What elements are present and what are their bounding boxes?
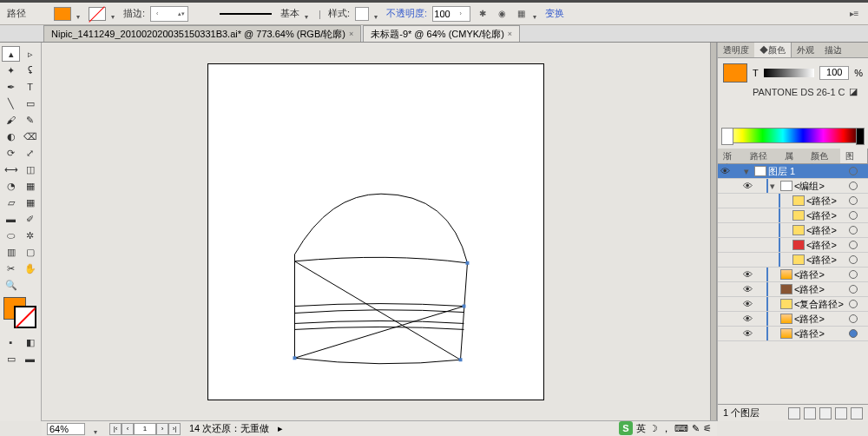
zoom-level[interactable]: 64% [47,423,85,435]
direct-selection-tool[interactable]: ▹ [21,46,39,62]
blob-brush-tool[interactable]: ◐ [2,129,20,144]
rectangle-tool[interactable]: ▭ [21,96,39,111]
opacity-label[interactable]: 不透明度: [386,7,427,20]
visibility-toggle[interactable]: 👁 [742,314,753,324]
slice-tool[interactable]: ✂ [2,261,20,276]
panel-tab-swatches[interactable]: 颜色设 [806,149,840,163]
layer-row[interactable]: 👁<复合路径> [718,297,868,312]
doc-setup-icon[interactable]: ✱ [476,7,490,21]
visibility-toggle[interactable]: 👁 [742,181,753,191]
target-icon[interactable] [849,285,858,294]
expand-toggle[interactable]: ▾ [744,166,753,177]
visibility-toggle[interactable]: 👁 [742,269,753,280]
ime-moon-icon[interactable]: ☽ [649,423,658,434]
stroke-swatch[interactable] [14,306,36,328]
delete-layer-icon[interactable] [851,407,863,419]
eyedropper-tool[interactable]: ✐ [21,211,39,227]
lasso-tool[interactable]: ʢ [21,63,39,78]
visibility-toggle[interactable]: 👁 [742,299,753,309]
pencil-tool[interactable]: ✎ [21,112,39,128]
color-spectrum[interactable] [721,128,865,143]
layer-row[interactable]: 👁<路径> [718,282,868,297]
panel-tab-transparency[interactable]: 透明度 [718,43,754,57]
panel-menu-icon[interactable]: ▸≡ [847,7,861,21]
fill-preview[interactable] [723,63,747,83]
align-icon[interactable]: ▦ [514,7,528,21]
new-sublayer-icon[interactable] [819,407,832,419]
target-icon[interactable] [849,255,858,264]
gradient-tool[interactable]: ▬ [2,211,20,227]
layer-row[interactable]: 👁▾图层 1 [718,164,868,179]
artboard-tool[interactable]: ▢ [21,244,39,260]
line-tool[interactable]: ╲ [2,96,20,111]
artboard-number[interactable]: 1 [134,423,156,435]
free-transform-tool[interactable]: ◫ [21,162,39,177]
panel-collapse-strip[interactable] [710,43,717,421]
live-paint-tool[interactable]: ▦ [21,178,39,194]
tint-value[interactable]: 100 [819,66,849,80]
make-clipping-mask-icon[interactable] [804,407,816,419]
status-dropdown-icon[interactable]: ▸ [278,423,283,434]
column-graph-tool[interactable]: ▥ [2,244,20,260]
recolor-icon[interactable]: ◉ [495,7,509,21]
last-artboard-button[interactable]: ›| [168,423,181,435]
layer-row[interactable]: 👁<路径> [718,312,868,327]
layer-row[interactable]: <路径> [718,194,868,208]
selection-tool[interactable]: ▴ [2,46,20,62]
layer-row[interactable]: <路径> [718,208,868,223]
opacity-input[interactable]: 100› [432,6,470,22]
magic-wand-tool[interactable]: ✦ [2,63,20,78]
scale-tool[interactable]: ⤢ [21,145,39,161]
ime-punct-icon[interactable]: ， [661,422,671,435]
panel-tab-pathfinder[interactable]: 路径设 [745,149,779,163]
locate-object-icon[interactable] [788,407,800,419]
layer-row[interactable]: <路径> [718,238,868,253]
paintbrush-tool[interactable]: 🖌 [2,112,20,128]
zoom-dropdown-icon[interactable] [94,426,101,433]
close-icon[interactable]: × [508,30,512,38]
ime-logo-icon[interactable]: S [619,421,633,435]
gradient-mode-icon[interactable]: ◧ [21,334,39,350]
shape-builder-tool[interactable]: ◔ [2,178,20,194]
target-icon[interactable] [849,241,858,249]
ime-settings-icon[interactable]: ✎ [692,423,700,434]
screen-mode-normal[interactable]: ▭ [2,351,20,367]
target-icon[interactable] [849,226,858,235]
stroke-dropdown-icon[interactable] [111,10,118,17]
fill-stroke-control[interactable] [3,297,38,330]
pen-tool[interactable]: ✒ [2,79,20,95]
rotate-tool[interactable]: ⟳ [2,145,20,161]
panel-tab-gradient[interactable]: 渐变 [718,149,745,163]
panel-tab-appearance[interactable]: 外观 [792,43,819,57]
layer-row[interactable]: <路径> [718,253,868,268]
type-tool[interactable]: T [21,79,39,95]
panel-tab-color[interactable]: ◆颜色 [754,43,792,57]
mesh-tool[interactable]: ▦ [21,195,39,210]
symbol-sprayer-tool[interactable]: ✲ [21,228,39,243]
layer-row[interactable]: 👁<路径> [718,268,868,282]
style-dropdown-icon[interactable] [374,10,381,17]
ime-menu-icon[interactable]: ⚟ [703,423,712,434]
panel-tab-layers[interactable]: 图层 [840,149,868,163]
screen-mode-full[interactable]: ▬ [21,351,39,367]
canvas[interactable] [42,43,710,421]
close-icon[interactable]: × [349,30,353,38]
document-tab[interactable]: 未标题-9* @ 64% (CMYK/轮廓) × [363,25,520,42]
next-artboard-button[interactable]: › [156,423,168,435]
panel-tab-attributes[interactable]: 属性 [779,149,806,163]
stroke-color-swatch[interactable] [89,7,106,21]
color-mode-icon[interactable]: ▪ [2,334,20,350]
stroke-style-dropdown-icon[interactable] [305,10,312,17]
hand-tool[interactable]: ✋ [21,261,39,276]
target-icon[interactable] [849,300,858,308]
target-icon[interactable] [849,211,858,220]
stroke-width-input[interactable]: ‹▴▾ [150,6,188,22]
panel-tab-stroke[interactable]: 描边 [819,43,847,57]
ime-lang[interactable]: 英 [636,422,646,435]
ime-keyboard-icon[interactable]: ⌨ [674,423,688,434]
target-icon[interactable] [849,329,858,338]
prev-artboard-button[interactable]: ‹ [122,423,134,435]
target-icon[interactable] [849,196,858,205]
visibility-toggle[interactable]: 👁 [742,284,753,294]
blend-tool[interactable]: ⬭ [2,228,20,243]
